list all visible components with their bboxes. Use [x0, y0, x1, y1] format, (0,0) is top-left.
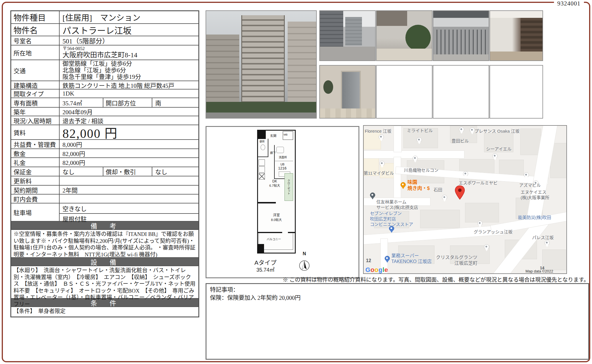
row-value: [住居用] マンション	[60, 11, 198, 23]
map-label-company: 能美防災(株)吹田	[518, 215, 551, 220]
compass-n-label: N	[298, 251, 311, 256]
floorplan-entrance-label: 玄関	[270, 134, 276, 138]
row-label: 号室名	[11, 36, 60, 45]
table-row: 間取タイプ 1DK	[11, 89, 198, 98]
photo-street-view	[319, 10, 376, 61]
postal-code: 〒564-0052	[62, 46, 85, 51]
floorplan-washroom-label: 洗面所	[279, 156, 287, 159]
row-label: 敷金	[11, 149, 60, 157]
floorplan-bath-label: UB	[280, 163, 284, 166]
disclaimer-note: ※ この資料は物件の概略紹介資料になります。写真、間取図面、設備、概要などが現況…	[206, 275, 589, 283]
floorplan-dk-label: DK	[266, 180, 283, 183]
map-pin	[379, 134, 384, 140]
remarks-text: ※空室情報・募集条件・案内方法等の確認は『ITANDI BB』で確認をお願い致し…	[11, 229, 198, 257]
row-value: 鉄筋コンクリート造 地上10階 総戸数45戸	[60, 81, 198, 89]
compass-icon	[298, 256, 311, 274]
row-value: 35.74㎡	[60, 98, 103, 107]
row-value	[60, 176, 198, 185]
map-canvas[interactable]: Florence 江坂 ミライトビル プレサンス Osaka 江坂 豊田ビル シ…	[363, 125, 567, 274]
sub-value: なし	[152, 167, 198, 176]
map-marker-property	[454, 185, 465, 201]
sub-label: 開口部方位	[103, 98, 152, 107]
map-label: 住友林業ホーム サービス(株)北摂支店	[376, 199, 418, 210]
table-row: 賃料 82,000 円	[11, 125, 198, 139]
table-row: 町内会費	[11, 194, 198, 203]
row-label: 建築構造	[11, 81, 60, 89]
floorplan-box: 玄関 MB 便所 廊下 洗面所 UB 1216 クローゼット DK 6.7帖大 …	[206, 126, 359, 278]
map-pin	[470, 127, 475, 133]
special-notes-text: 保険：保険要加入 2年契約 20,000円	[210, 294, 585, 302]
floorplan-drawing: 玄関 MB 便所 廊下 洗面所 UB 1216 クローゼット DK 6.7帖大 …	[257, 130, 296, 254]
map-pin-company	[370, 193, 375, 198]
map-label: 豊田ビル	[451, 138, 469, 144]
map-label: クリスタルグランツ 江坂広芝町	[426, 255, 477, 266]
row-value: 501（5階部分）	[60, 36, 198, 45]
logo-letter: G	[365, 266, 371, 273]
table-row: 礼金 82,000円	[11, 157, 198, 167]
photo-placeholder-empty	[376, 65, 432, 119]
row-label: 現況/入居時期	[11, 116, 60, 125]
map-pin	[477, 221, 483, 226]
floorplan-bath-size: 1216	[278, 166, 286, 170]
document-id: 9324001	[554, 0, 584, 7]
property-table: 物件種目 [住居用] マンション 物件名 パストラーレ江坂 号室名 501（5階…	[10, 10, 199, 317]
google-logo[interactable]: Google	[365, 266, 388, 274]
floorplan-mb-label: MB	[284, 134, 288, 136]
row-value: 2004年09月	[60, 108, 198, 116]
photo-placeholder-empty	[489, 65, 543, 119]
row-value: 82,000円	[60, 158, 198, 167]
floorplan-type-name: Aタイプ	[250, 258, 281, 266]
photo-building-exterior	[206, 10, 317, 119]
map-pin-restaurant	[401, 182, 406, 187]
map-pin-supermarket	[385, 256, 390, 261]
table-row: 所在地 〒564-0052 大阪府吹田市広芝町8-14	[11, 45, 198, 60]
table-row: 物件名 パストラーレ江坂	[11, 23, 198, 36]
row-label: 物件種目	[11, 11, 60, 23]
floorplan-toilet-label: 便所	[259, 140, 265, 143]
parking-type: 屋根付駐	[60, 214, 198, 224]
map-pin	[417, 137, 422, 142]
table-row: 駐車場 空きなし 屋根付駐	[11, 203, 198, 221]
table-row: 保証金 なし 償却・敷引 なし	[11, 167, 198, 176]
map-pin	[413, 156, 418, 161]
table-row: 専有面積 35.74㎡ 開口部方位 南	[11, 98, 198, 107]
row-value: 1DK	[60, 89, 198, 98]
row-label: 更新料	[11, 176, 60, 185]
map-label: 第11マイダビル	[364, 171, 394, 176]
floorplan-dk-size: 6.7帖大	[263, 184, 286, 187]
rent-value: 82,000 円	[60, 125, 198, 139]
table-row: 共益費・管理費 8,000円	[11, 139, 198, 148]
table-row: 築年 2004年09月	[11, 107, 198, 116]
row-value: 8,000円	[60, 140, 198, 148]
row-label: 物件名	[11, 24, 60, 36]
row-label: 保証金	[11, 167, 60, 176]
conditions-text: 【条件】 単身者限定	[11, 306, 198, 317]
row-label: 礼金	[11, 158, 60, 167]
row-label: 間取タイプ	[11, 89, 60, 98]
map-label: パレス江坂	[532, 235, 554, 241]
map-label: エヌケイエス (株)大阪事業所	[521, 190, 549, 201]
photo-corridor	[489, 10, 543, 61]
row-value: 82,000円	[60, 149, 198, 157]
map-attribution: Map data ©2022	[525, 269, 553, 273]
row-value: なし	[60, 167, 103, 176]
map-pin	[524, 172, 529, 178]
equipment-header: 設 備	[11, 257, 198, 266]
row-label: 所在地	[11, 45, 60, 60]
floorplan-room-label: 洋室	[265, 214, 288, 217]
logo-letter: o	[375, 266, 379, 273]
table-row: 敷金 82,000円	[11, 148, 198, 157]
logo-letter: g	[379, 266, 383, 273]
logo-letter: o	[371, 266, 375, 273]
map-label: シーアイエル	[486, 146, 512, 152]
floorplan-type-area: 35.74㎡	[250, 266, 281, 273]
map-road	[394, 157, 401, 201]
map-label: 川島織物セルコン	[404, 168, 439, 173]
map-pin	[492, 153, 498, 159]
row-label: 専有面積	[11, 98, 60, 107]
table-row: 契約期間 2年間	[11, 185, 198, 194]
sub-label: 償却・敷引	[103, 167, 152, 176]
map-pin	[380, 161, 385, 166]
photo-placeholder-empty	[433, 65, 489, 119]
property-flyer-page: { "page": { "id_number": "9324001" }, "p…	[0, 0, 592, 364]
